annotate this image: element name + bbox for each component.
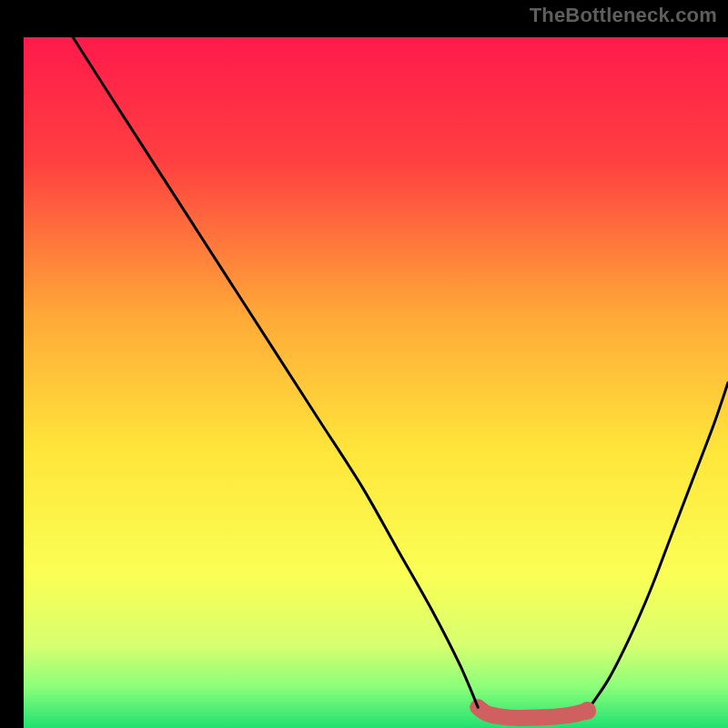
chart-frame	[12, 12, 716, 716]
gradient-bg	[24, 37, 728, 728]
chart-plot-area	[24, 37, 728, 728]
watermark-label: TheBottleneck.com	[530, 4, 717, 27]
marker-dot	[578, 702, 596, 720]
chart-svg	[24, 37, 728, 728]
